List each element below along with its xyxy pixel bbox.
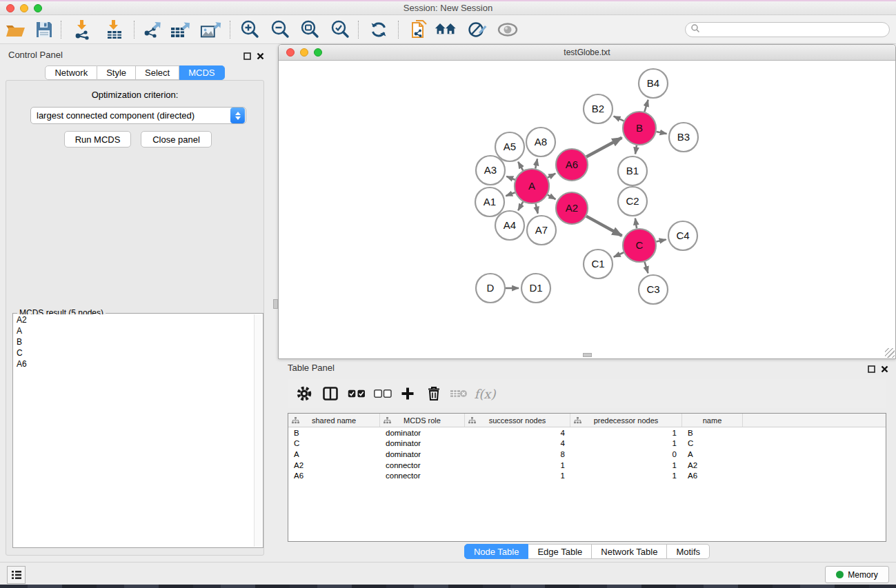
export-image-icon[interactable] [200, 19, 222, 41]
table-row[interactable]: A2connector11A2 [288, 460, 886, 471]
tab-node-table[interactable]: Node Table [464, 544, 529, 559]
tab-network-table[interactable]: Network Table [592, 544, 667, 559]
table-cell[interactable]: A6 [288, 472, 380, 480]
criterion-select[interactable]: largest connected component (directed) [30, 107, 246, 124]
network-from-selection-icon[interactable] [408, 19, 430, 41]
result-scrollbar[interactable] [254, 314, 262, 547]
close-table-panel-icon[interactable] [881, 363, 888, 376]
tab-style[interactable]: Style [97, 65, 136, 80]
vertical-split-handle[interactable] [273, 299, 278, 309]
task-history-button[interactable] [7, 566, 26, 584]
table-cell[interactable]: 4 [465, 439, 570, 447]
table-cell[interactable]: A2 [288, 461, 380, 469]
column-header-successor-nodes[interactable]: successor nodes [465, 414, 570, 427]
save-session-icon[interactable] [33, 19, 55, 41]
table-cell[interactable]: dominator [380, 429, 465, 437]
edge-C-C1[interactable] [614, 252, 624, 256]
edge-A-A4[interactable] [518, 202, 523, 211]
select-all-icon[interactable] [347, 385, 366, 403]
table-row[interactable]: Bdominator41B [288, 427, 886, 438]
close-window-button[interactable] [6, 4, 14, 12]
table-cell[interactable]: 1 [570, 429, 682, 437]
function-builder-icon[interactable]: f(x) [475, 385, 495, 403]
table-row[interactable]: Cdominator41C [288, 438, 886, 449]
column-header-predecessor-nodes[interactable]: predecessor nodes [570, 414, 682, 427]
mcds-result-item[interactable]: B [14, 336, 254, 347]
deselect-all-icon[interactable] [373, 385, 392, 403]
zoom-in-icon[interactable] [239, 19, 261, 41]
column-header-MCDS-role[interactable]: MCDS role [380, 414, 465, 427]
table-cell[interactable]: 1 [570, 472, 682, 480]
memory-button[interactable]: Memory [825, 566, 889, 583]
edge-C-C3[interactable] [645, 262, 648, 273]
close-panel-icon[interactable] [257, 50, 264, 63]
table-cell[interactable]: 0 [570, 450, 682, 458]
table-cell[interactable]: A2 [682, 461, 743, 469]
export-table-icon[interactable] [170, 19, 192, 41]
table-row[interactable]: Adominator80A [288, 449, 886, 460]
horizontal-split-handle[interactable] [583, 353, 592, 357]
table-cell[interactable]: connector [380, 472, 465, 480]
hide-details-icon[interactable] [466, 19, 488, 41]
table-cell[interactable]: dominator [380, 439, 465, 447]
table-cell[interactable]: B [682, 429, 743, 437]
edge-A-A6[interactable] [548, 174, 555, 178]
table-cell[interactable]: 8 [465, 450, 570, 458]
zoom-window-button[interactable] [34, 4, 42, 12]
columns-icon[interactable] [321, 385, 340, 403]
mcds-result-item[interactable]: C [14, 347, 254, 358]
zoom-fit-icon[interactable] [299, 19, 321, 41]
open-session-icon[interactable] [4, 19, 26, 41]
eye-icon[interactable] [497, 19, 519, 41]
edge-B-B1[interactable] [635, 145, 637, 154]
float-panel-icon[interactable] [243, 50, 251, 63]
edge-C-C4[interactable] [656, 239, 666, 241]
column-header-name[interactable]: name [682, 414, 743, 427]
import-table-icon[interactable] [103, 19, 126, 41]
table-cell[interactable]: A [288, 450, 380, 458]
zoom-selected-icon[interactable] [329, 19, 351, 41]
edge-A-A5[interactable] [518, 162, 523, 171]
table-cell[interactable]: C [682, 439, 743, 447]
tab-edge-table[interactable]: Edge Table [528, 544, 592, 559]
edge-A2-C[interactable] [586, 216, 622, 236]
float-table-panel-icon[interactable] [868, 363, 875, 376]
home-icon[interactable] [435, 19, 457, 41]
search-input[interactable] [685, 22, 890, 37]
table-cell[interactable]: 1 [465, 472, 570, 480]
edge-A-A3[interactable] [506, 176, 515, 180]
refresh-icon[interactable] [368, 19, 390, 41]
mcds-result-item[interactable]: A2 [14, 314, 254, 325]
table-row[interactable]: A6connector11A6 [288, 470, 886, 481]
table-cell[interactable]: 1 [570, 439, 682, 447]
zoom-out-icon[interactable] [269, 19, 291, 41]
table-cell[interactable]: C [288, 439, 380, 447]
node-table[interactable]: shared nameMCDS rolesuccessor nodesprede… [288, 413, 886, 542]
network-close-button[interactable] [286, 48, 295, 57]
table-cell[interactable]: dominator [380, 450, 465, 458]
window-resize-grip[interactable] [885, 348, 895, 358]
table-cell[interactable]: A6 [682, 472, 743, 480]
network-window-titlebar[interactable]: testGlobe.txt [279, 45, 895, 61]
export-network-icon[interactable] [141, 19, 163, 41]
delete-table-icon[interactable] [449, 385, 468, 403]
edge-A-A1[interactable] [506, 192, 515, 196]
edge-A-A2[interactable] [548, 195, 556, 199]
edge-B-B3[interactable] [657, 132, 667, 134]
table-cell[interactable]: A [682, 450, 743, 458]
edge-A-A7[interactable] [536, 203, 538, 213]
edge-A-A8[interactable] [535, 159, 537, 169]
table-cell[interactable]: 1 [570, 461, 682, 469]
network-canvas[interactable]: AA1A2A3A4A5A6A7A8BB1B2B3B4CC1C2C3C4DD1 [279, 61, 895, 358]
tab-select[interactable]: Select [136, 65, 179, 80]
delete-column-icon[interactable] [424, 385, 444, 403]
import-network-icon[interactable] [72, 19, 94, 41]
table-cell[interactable]: 4 [465, 429, 570, 437]
table-cell[interactable]: B [288, 429, 380, 437]
edge-B-B2[interactable] [614, 116, 624, 121]
edge-A6-B[interactable] [586, 138, 621, 157]
network-minimize-button[interactable] [300, 48, 308, 57]
tab-motifs[interactable]: Motifs [667, 544, 710, 559]
minimize-window-button[interactable] [20, 4, 28, 12]
mcds-result-item[interactable]: A6 [14, 358, 254, 369]
